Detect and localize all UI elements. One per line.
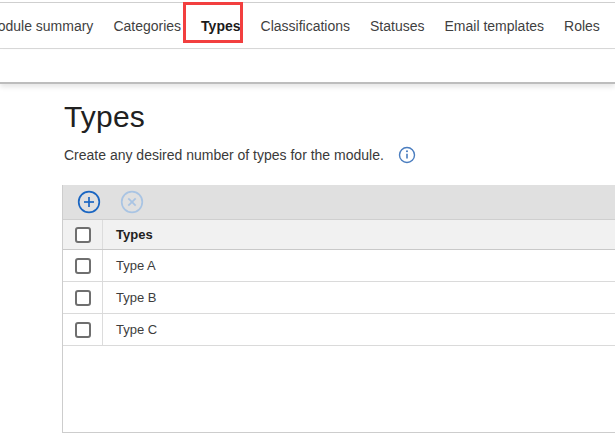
tab-bar: Module summary Categories Types Classifi… — [0, 3, 615, 49]
page-description-row: Create any desired number of types for t… — [64, 146, 615, 164]
column-header-types: Types — [103, 227, 153, 242]
types-table: Types Type A Type B Type C — [62, 185, 615, 433]
row-checkbox[interactable] — [75, 322, 91, 338]
page-description: Create any desired number of types for t… — [64, 147, 384, 163]
tab-list: Module summary Categories Types Classifi… — [0, 3, 615, 48]
tab-module-summary[interactable]: Module summary — [0, 18, 93, 34]
row-checkbox[interactable] — [75, 290, 91, 306]
tab-roles[interactable]: Roles — [564, 18, 600, 34]
type-name: Type C — [103, 322, 157, 337]
info-icon[interactable] — [398, 146, 416, 164]
row-checkbox[interactable] — [75, 258, 91, 274]
tab-types[interactable]: Types — [201, 18, 240, 34]
table-row[interactable]: Type C — [63, 314, 615, 346]
content-area: Types Create any desired number of types… — [0, 86, 615, 433]
delete-type-button[interactable] — [120, 190, 144, 214]
row-checkbox-cell — [63, 282, 103, 313]
select-all-cell — [63, 220, 103, 249]
type-name: Type B — [103, 290, 156, 305]
table-empty-area — [63, 346, 615, 432]
table-row[interactable]: Type A — [63, 250, 615, 282]
tab-classifications[interactable]: Classifications — [261, 18, 350, 34]
row-checkbox-cell — [63, 250, 103, 281]
add-type-button[interactable] — [77, 190, 101, 214]
row-checkbox-cell — [63, 314, 103, 345]
app-window: Module summary Categories Types Classifi… — [0, 0, 615, 445]
info-circle-icon — [398, 146, 416, 164]
sub-header-bar — [0, 50, 615, 84]
table-header-row: Types — [63, 219, 615, 250]
page-title: Types — [64, 100, 615, 134]
x-circle-icon — [120, 190, 144, 214]
plus-circle-icon — [77, 190, 101, 214]
table-toolbar — [63, 185, 615, 219]
type-name: Type A — [103, 258, 156, 273]
tab-statuses[interactable]: Statuses — [370, 18, 424, 34]
tab-categories[interactable]: Categories — [113, 18, 181, 34]
tab-email-templates[interactable]: Email templates — [444, 18, 544, 34]
table-row[interactable]: Type B — [63, 282, 615, 314]
select-all-checkbox[interactable] — [75, 227, 91, 243]
